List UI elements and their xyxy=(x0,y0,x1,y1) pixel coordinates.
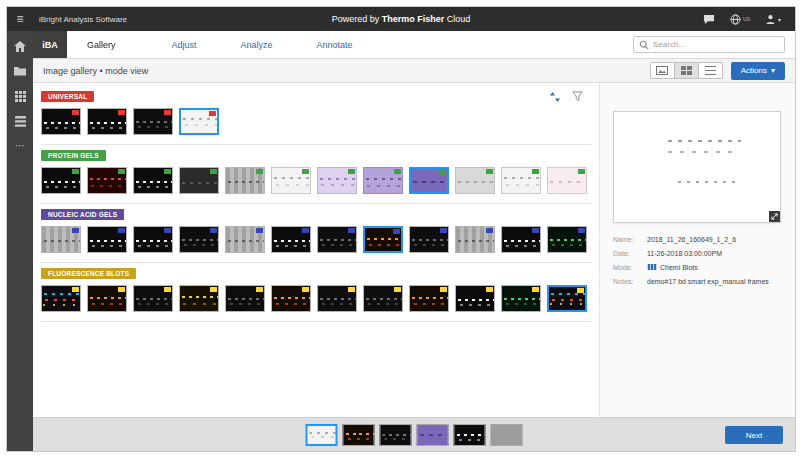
mode-tag xyxy=(209,111,216,116)
image-thumbnail[interactable] xyxy=(133,167,173,194)
actions-button[interactable]: Actions ▾ xyxy=(731,62,785,80)
globe-icon[interactable]: US xyxy=(730,14,750,25)
grid-view-icon[interactable] xyxy=(674,62,699,79)
image-thumbnail[interactable] xyxy=(225,285,265,312)
mode-tag xyxy=(256,169,263,174)
image-thumbnail[interactable] xyxy=(87,285,127,312)
image-thumbnail-selected[interactable] xyxy=(547,285,587,312)
filmstrip-thumbnail[interactable] xyxy=(343,424,375,446)
image-thumbnail[interactable] xyxy=(133,285,173,312)
filter-funnel-icon[interactable] xyxy=(572,91,583,102)
tab-adjust[interactable]: Adjust xyxy=(150,31,219,58)
tab-gallery[interactable]: Gallery xyxy=(67,31,146,58)
image-thumbnail[interactable] xyxy=(133,226,173,253)
section-header: UNIVERSAL xyxy=(41,90,591,103)
image-thumbnail-selected[interactable] xyxy=(179,108,219,135)
image-thumbnail[interactable] xyxy=(317,167,357,194)
image-thumbnail[interactable] xyxy=(271,226,311,253)
list-view-icon[interactable] xyxy=(698,62,723,79)
mode-tag xyxy=(72,287,79,292)
filmstrip-thumbnail[interactable] xyxy=(380,424,412,446)
topbar: ≡ iBright Analysis Software Powered by T… xyxy=(7,7,795,31)
image-thumbnail[interactable] xyxy=(41,108,81,135)
image-thumbnail[interactable] xyxy=(41,226,81,253)
image-thumbnail[interactable] xyxy=(501,285,541,312)
mode-tag xyxy=(348,169,355,174)
tab-annotate[interactable]: Annotate xyxy=(295,31,375,58)
folder-icon[interactable] xyxy=(7,64,33,78)
image-thumbnail[interactable] xyxy=(87,167,127,194)
image-thumbnail[interactable] xyxy=(179,285,219,312)
user-caret-icon: ▾ xyxy=(778,16,781,23)
mode-tag xyxy=(72,228,79,233)
image-thumbnail[interactable] xyxy=(501,226,541,253)
image-thumbnail[interactable] xyxy=(409,226,449,253)
image-thumbnail[interactable] xyxy=(363,285,403,312)
filmstrip-thumbnail[interactable] xyxy=(454,424,486,446)
image-view-icon[interactable] xyxy=(650,62,675,79)
image-thumbnail-selected[interactable] xyxy=(409,167,449,194)
image-thumbnail[interactable] xyxy=(133,108,173,135)
field-label: Notes: xyxy=(613,277,647,286)
mode-tag xyxy=(486,169,493,174)
field-label: Name: xyxy=(613,235,647,244)
app-title: iBright Analysis Software xyxy=(39,15,127,24)
actions-label: Actions xyxy=(741,66,767,75)
section-label: UNIVERSAL xyxy=(41,91,94,102)
image-thumbnail[interactable] xyxy=(317,226,357,253)
mode-tag xyxy=(118,228,125,233)
section-header: PROTEIN GELS xyxy=(41,149,591,162)
image-thumbnail[interactable] xyxy=(547,226,587,253)
filmstrip-thumbnail[interactable] xyxy=(417,424,449,446)
home-icon[interactable] xyxy=(7,39,33,53)
library-icon[interactable] xyxy=(7,114,33,128)
image-thumbnail[interactable] xyxy=(179,226,219,253)
search-box[interactable] xyxy=(633,36,785,53)
mode-tag xyxy=(348,287,355,292)
image-thumbnail[interactable] xyxy=(455,226,495,253)
image-thumbnail[interactable] xyxy=(225,167,265,194)
mode-tag xyxy=(118,287,125,292)
mode-tag xyxy=(394,169,401,174)
tab-analyze[interactable]: Analyze xyxy=(219,31,295,58)
filmstrip-thumbnail-selected[interactable] xyxy=(306,424,338,446)
mode-tag xyxy=(577,288,584,293)
thumbnail-row xyxy=(41,167,591,194)
more-ellipsis-icon[interactable]: ⋯ xyxy=(7,139,33,153)
next-button[interactable]: Next xyxy=(725,426,783,444)
image-thumbnail-selected[interactable] xyxy=(363,226,403,253)
image-thumbnail[interactable] xyxy=(363,167,403,194)
image-thumbnail[interactable] xyxy=(41,285,81,312)
apps-grid-icon[interactable] xyxy=(7,89,33,103)
image-thumbnail[interactable] xyxy=(87,108,127,135)
image-thumbnail[interactable] xyxy=(455,285,495,312)
view-toggle-group xyxy=(650,62,723,79)
search-input[interactable] xyxy=(653,40,779,49)
mode-tag xyxy=(302,228,309,233)
image-thumbnail[interactable] xyxy=(271,285,311,312)
user-icon[interactable]: ▾ xyxy=(765,14,781,25)
image-thumbnail[interactable] xyxy=(409,285,449,312)
image-thumbnail[interactable] xyxy=(317,285,357,312)
tab-bar: iBA GalleryAdjustAnalyzeAnnotate xyxy=(33,31,795,59)
mode-tag xyxy=(440,287,447,292)
image-thumbnail[interactable] xyxy=(271,167,311,194)
chat-icon[interactable] xyxy=(703,14,715,25)
hamburger-menu-icon[interactable]: ≡ xyxy=(7,7,33,31)
expand-icon[interactable] xyxy=(769,211,780,222)
image-thumbnail[interactable] xyxy=(87,226,127,253)
image-thumbnail[interactable] xyxy=(225,226,265,253)
preview-image[interactable] xyxy=(613,111,781,223)
image-thumbnail[interactable] xyxy=(179,167,219,194)
section-header: NUCLEIC ACID GELS xyxy=(41,208,591,221)
filmstrip-thumbnail[interactable] xyxy=(491,424,523,446)
thumbnail-row xyxy=(41,226,591,253)
image-thumbnail[interactable] xyxy=(41,167,81,194)
iba-logo[interactable]: iBA xyxy=(33,31,67,58)
image-thumbnail[interactable] xyxy=(501,167,541,194)
sort-icon[interactable] xyxy=(550,92,560,102)
image-thumbnail[interactable] xyxy=(455,167,495,194)
field-value: 11-26-2018 03:00:00PM xyxy=(647,249,722,258)
field-label: Mode: xyxy=(613,263,647,272)
image-thumbnail[interactable] xyxy=(547,167,587,194)
